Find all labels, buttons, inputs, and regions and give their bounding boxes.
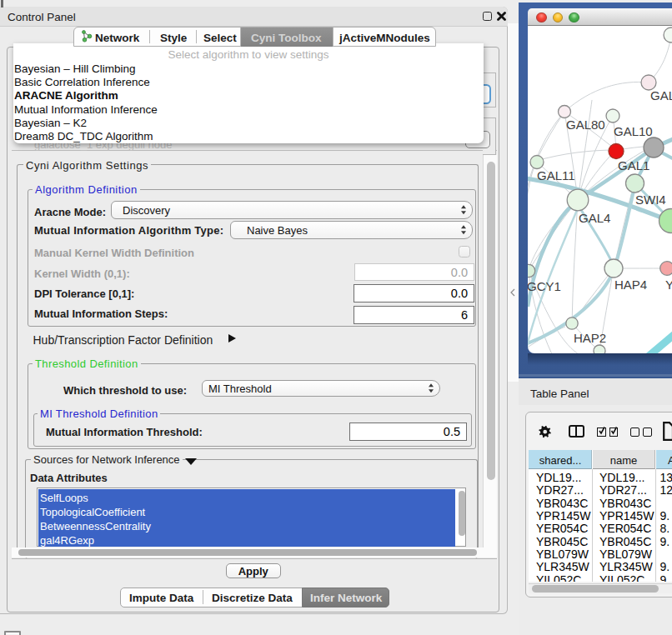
svg-text:GAL: GAL: [650, 88, 672, 102]
svg-text:GAL11: GAL11: [537, 168, 575, 182]
svg-text:HAP4: HAP4: [614, 278, 647, 292]
svg-text:GAL1: GAL1: [618, 158, 649, 172]
svg-text:Y: Y: [665, 278, 672, 292]
svg-text:GAL80: GAL80: [566, 118, 605, 132]
svg-text:HAP2: HAP2: [574, 331, 606, 345]
svg-text:GCY1: GCY1: [528, 279, 561, 293]
svg-text:SWI4: SWI4: [635, 192, 666, 207]
svg-text:GAL4: GAL4: [579, 211, 610, 225]
svg-text:GAL10: GAL10: [614, 124, 653, 138]
